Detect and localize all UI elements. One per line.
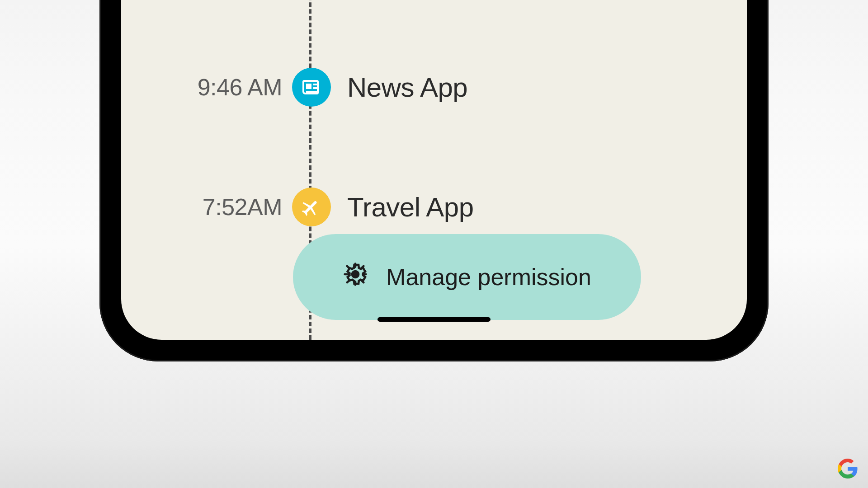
timeline-row-news[interactable]: 9:46 AM News App: [121, 60, 747, 114]
airplane-icon: [292, 188, 331, 226]
timestamp-label: 7:52AM: [203, 193, 282, 221]
newspaper-icon: [292, 68, 331, 107]
home-indicator[interactable]: [377, 317, 491, 322]
svg-point-0: [352, 271, 359, 277]
manage-permission-label: Manage permission: [386, 263, 591, 291]
manage-permission-button[interactable]: Manage permission: [293, 234, 641, 320]
timeline: 9:46 AM News App 7:52AM Travel App: [121, 0, 747, 340]
phone-frame: 9:46 AM News App 7:52AM Travel App: [99, 0, 769, 361]
timestamp-label: 9:46 AM: [198, 74, 282, 101]
phone-screen: 9:46 AM News App 7:52AM Travel App: [121, 0, 747, 340]
app-label: Travel App: [347, 192, 474, 223]
timeline-row-travel[interactable]: 7:52AM Travel App: [121, 180, 747, 234]
google-logo-icon: [837, 458, 858, 479]
gear-icon: [343, 262, 368, 292]
stage: 9:46 AM News App 7:52AM Travel App: [0, 0, 868, 488]
app-label: News App: [347, 72, 467, 103]
